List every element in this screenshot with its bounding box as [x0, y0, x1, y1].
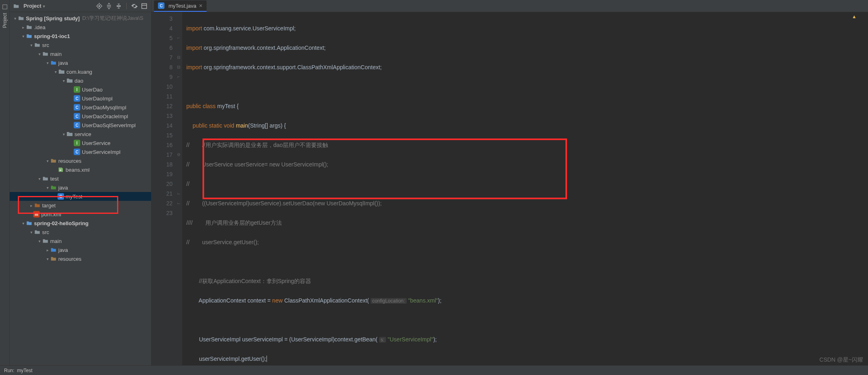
run-tool-label[interactable]: Run: myTest	[4, 368, 32, 373]
tree-svc-item-0[interactable]: IUserService	[10, 138, 151, 147]
status-bar: Run: myTest	[0, 365, 868, 375]
error-stripe[interactable]	[856, 12, 868, 375]
project-tree[interactable]: ▾ Spring [Spring study] D:\学习笔记\狂神说Java\…	[10, 12, 151, 375]
class-icon: C	[74, 122, 80, 128]
tree-src[interactable]: ▾src	[10, 40, 151, 49]
separator	[126, 3, 127, 9]
tree-pom[interactable]: mpom.xml	[10, 210, 151, 219]
hide-icon[interactable]	[141, 2, 148, 10]
class-icon: C	[74, 149, 80, 155]
tab-label: myTest.java	[168, 3, 196, 9]
tree-dao-item-0[interactable]: IUserDao	[10, 85, 151, 94]
expand-all-icon[interactable]	[105, 2, 113, 10]
tree-service[interactable]: ▾service	[10, 130, 151, 138]
tree-idea[interactable]: ▸.idea	[10, 23, 151, 32]
tree-src2[interactable]: ▾src	[10, 228, 151, 237]
interface-icon: I	[74, 86, 80, 93]
xml-icon	[58, 166, 64, 173]
collapse-all-icon[interactable]	[115, 2, 122, 10]
code-content[interactable]: import com.kuang.service.UserServiceImpl…	[182, 12, 868, 375]
tree-dao-item-1[interactable]: CUserDaoImpl	[10, 94, 151, 103]
tree-beans-xml[interactable]: beans.xml	[10, 165, 151, 174]
tab-mytest[interactable]: C myTest.java ✕	[154, 0, 207, 12]
line-number-gutter: 3456 78910 11121314 15161718 1920212223	[151, 12, 175, 375]
tree-resources[interactable]: ▾resources	[10, 156, 151, 165]
tree-svc-item-1[interactable]: CUserServiceImpl	[10, 147, 151, 156]
class-icon: C	[158, 2, 164, 9]
svg-rect-5	[29, 223, 31, 225]
editor-area: C myTest.java ✕ 3456 78910 11121314 1516…	[151, 0, 868, 375]
tree-dao[interactable]: ▾dao	[10, 76, 151, 85]
close-icon[interactable]: ✕	[199, 3, 203, 9]
project-icon	[13, 3, 19, 9]
tree-java2[interactable]: ▸java	[10, 245, 151, 254]
class-icon: C	[58, 193, 64, 200]
project-stripe-label: Project	[2, 13, 8, 28]
tree-mytest[interactable]: CmyTest	[10, 192, 151, 201]
class-icon: C	[74, 104, 80, 111]
sidebar-header: Project	[10, 0, 151, 12]
project-sidebar: Project ▾ Spring [Spring study] D:\学习笔记\…	[10, 0, 151, 375]
tree-resources2[interactable]: ▾resources	[10, 254, 151, 263]
locate-icon[interactable]	[96, 2, 103, 10]
tree-main[interactable]: ▾main	[10, 49, 151, 58]
project-stripe-icon	[2, 4, 8, 10]
tree-module-2[interactable]: ▾spring-02-helloSpring	[10, 219, 151, 228]
tree-pkg[interactable]: ▾com.kuang	[10, 67, 151, 76]
tree-test[interactable]: ▾test	[10, 174, 151, 183]
watermark: CSDN @星~闪耀	[819, 356, 863, 364]
tree-project-root[interactable]: ▾ Spring [Spring study] D:\学习笔记\狂神说Java\…	[10, 14, 151, 23]
code-editor[interactable]: 3456 78910 11121314 15161718 1920212223 …	[151, 12, 868, 375]
tree-java[interactable]: ▾java	[10, 58, 151, 67]
tree-main2[interactable]: ▾main	[10, 237, 151, 245]
class-icon: C	[74, 113, 80, 119]
svg-rect-4	[29, 36, 31, 38]
tree-dao-item-2[interactable]: CUserDaoMysqlImpl	[10, 103, 151, 112]
svg-point-2	[99, 5, 100, 6]
maven-icon: m	[33, 211, 40, 217]
tree-dao-item-3[interactable]: CUserDaoOracleImpl	[10, 112, 151, 121]
svg-rect-0	[2, 5, 7, 9]
tree-test-java[interactable]: ▾java	[10, 183, 151, 192]
sidebar-title[interactable]: Project	[23, 3, 45, 9]
tree-target[interactable]: ▸target	[10, 201, 151, 210]
fold-gutter[interactable]: ⌐ ⊟⊟⌐ ⊖ ⌙⌙	[175, 12, 182, 375]
tree-dao-item-4[interactable]: CUserDaoSqlServerImpl	[10, 121, 151, 130]
class-icon: C	[74, 95, 80, 102]
editor-tabbar[interactable]: C myTest.java ✕	[151, 0, 868, 12]
interface-icon: I	[74, 140, 80, 146]
settings-icon[interactable]	[131, 2, 138, 10]
tool-window-stripe[interactable]: Project	[0, 0, 10, 375]
tree-module-1[interactable]: ▾spring-01-ioc1	[10, 32, 151, 40]
svg-rect-3	[142, 4, 147, 9]
